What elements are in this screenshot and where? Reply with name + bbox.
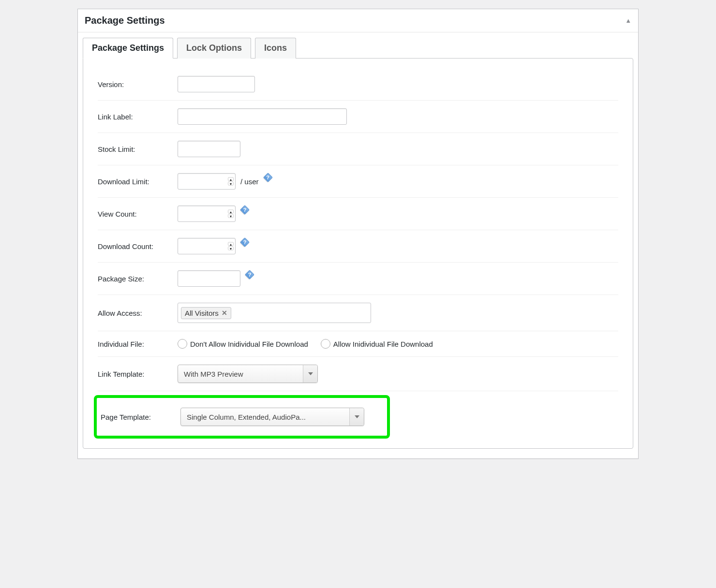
page-template-select[interactable]: Single Column, Extended, AudioPa... bbox=[180, 408, 364, 426]
download-limit-suffix: / user bbox=[240, 177, 259, 186]
metabox-header: Package Settings ▲ bbox=[78, 9, 638, 32]
download-count-spinner-wrap: ▴ ▾ bbox=[178, 238, 236, 254]
radio-dont-allow[interactable]: Don't Allow Inidividual File Download bbox=[178, 339, 308, 349]
link-label-input[interactable] bbox=[178, 108, 347, 125]
radio-label: Don't Allow Inidividual File Download bbox=[190, 340, 308, 348]
select-value: With MP3 Preview bbox=[178, 370, 303, 378]
label-individual-file: Individual File: bbox=[98, 340, 178, 348]
view-count-spinner[interactable]: ▴ ▾ bbox=[228, 210, 234, 218]
row-individual-file: Individual File: Don't Allow Inidividual… bbox=[98, 331, 618, 357]
row-download-limit: Download Limit: ▴ ▾ / user ? bbox=[98, 165, 618, 198]
row-link-label: Link Label: bbox=[98, 101, 618, 133]
view-count-input[interactable] bbox=[178, 206, 236, 222]
dropdown-button[interactable] bbox=[303, 365, 317, 382]
tab-package-settings[interactable]: Package Settings bbox=[83, 38, 173, 59]
chevron-down-icon[interactable]: ▾ bbox=[228, 247, 234, 250]
help-icon[interactable]: ? bbox=[245, 270, 254, 279]
package-size-input[interactable] bbox=[178, 270, 240, 287]
row-download-count: Download Count: ▴ ▾ ? bbox=[98, 230, 618, 263]
download-limit-input[interactable] bbox=[178, 173, 236, 190]
label-link-template: Link Template: bbox=[98, 370, 178, 378]
download-limit-spinner-wrap: ▴ ▾ bbox=[178, 173, 236, 190]
label-version: Version: bbox=[98, 80, 178, 88]
chevron-down-icon bbox=[355, 415, 359, 418]
allow-access-input[interactable]: All Visitors ✕ bbox=[178, 303, 371, 323]
package-settings-metabox: Package Settings ▲ Package Settings Lock… bbox=[77, 9, 639, 459]
panel-title: Package Settings bbox=[85, 15, 165, 26]
download-limit-spinner[interactable]: ▴ ▾ bbox=[228, 177, 234, 186]
row-page-template: Page Template: Single Column, Extended, … bbox=[97, 404, 387, 430]
chevron-up-icon[interactable]: ▴ bbox=[228, 242, 234, 246]
label-allow-access: Allow Access: bbox=[98, 309, 178, 317]
access-token-all-visitors: All Visitors ✕ bbox=[181, 307, 231, 319]
radio-icon[interactable] bbox=[321, 339, 330, 349]
tab-icons[interactable]: Icons bbox=[255, 38, 296, 59]
radio-allow[interactable]: Allow Inidividual File Download bbox=[321, 339, 433, 349]
chevron-down-icon[interactable]: ▾ bbox=[228, 214, 234, 218]
chevron-down-icon[interactable]: ▾ bbox=[228, 182, 234, 186]
link-template-select[interactable]: With MP3 Preview bbox=[178, 365, 318, 383]
row-allow-access: Allow Access: All Visitors ✕ bbox=[98, 295, 618, 331]
tabs: Package Settings Lock Options Icons bbox=[83, 37, 633, 58]
stock-limit-input[interactable] bbox=[178, 141, 240, 157]
metabox-body: Package Settings Lock Options Icons Vers… bbox=[78, 32, 638, 458]
download-count-spinner[interactable]: ▴ ▾ bbox=[228, 242, 234, 250]
chevron-up-icon[interactable]: ▴ bbox=[228, 210, 234, 214]
label-page-template: Page Template: bbox=[101, 413, 180, 421]
row-link-template: Link Template: With MP3 Preview bbox=[98, 357, 618, 391]
dropdown-button[interactable] bbox=[349, 408, 364, 426]
label-link-label: Link Label: bbox=[98, 113, 178, 121]
highlight-page-template: Page Template: Single Column, Extended, … bbox=[94, 395, 390, 439]
select-value: Single Column, Extended, AudioPa... bbox=[181, 413, 349, 421]
row-stock-limit: Stock Limit: bbox=[98, 133, 618, 165]
version-input[interactable] bbox=[178, 76, 255, 92]
collapse-panel-icon[interactable]: ▲ bbox=[625, 17, 631, 24]
download-count-input[interactable] bbox=[178, 238, 236, 254]
row-version: Version: bbox=[98, 68, 618, 101]
row-package-size: Package Size: ? bbox=[98, 263, 618, 295]
chevron-up-icon[interactable]: ▴ bbox=[228, 177, 234, 181]
label-view-count: View Count: bbox=[98, 210, 178, 218]
help-icon[interactable]: ? bbox=[240, 206, 249, 214]
label-download-limit: Download Limit: bbox=[98, 177, 178, 186]
tab-lock-options[interactable]: Lock Options bbox=[177, 38, 251, 59]
radio-icon[interactable] bbox=[178, 339, 187, 349]
view-count-spinner-wrap: ▴ ▾ bbox=[178, 206, 236, 222]
help-icon[interactable]: ? bbox=[264, 173, 272, 182]
label-download-count: Download Count: bbox=[98, 242, 178, 250]
label-package-size: Package Size: bbox=[98, 275, 178, 283]
tab-content: Version: Link Label: Stock Limit: bbox=[83, 58, 633, 449]
chevron-down-icon bbox=[308, 372, 313, 375]
label-stock-limit: Stock Limit: bbox=[98, 145, 178, 153]
remove-token-icon[interactable]: ✕ bbox=[222, 309, 227, 317]
radio-label: Allow Inidividual File Download bbox=[333, 340, 433, 348]
token-text: All Visitors bbox=[185, 309, 219, 317]
help-icon[interactable]: ? bbox=[240, 238, 249, 247]
row-view-count: View Count: ▴ ▾ ? bbox=[98, 198, 618, 230]
